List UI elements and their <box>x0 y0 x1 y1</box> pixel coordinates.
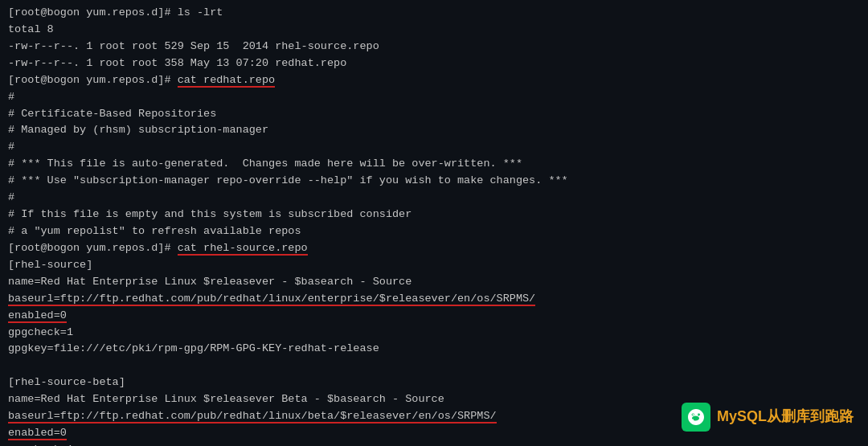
line-21: gpgkey=file:///etc/pki/rpm-gpg/RPM-GPG-K… <box>8 341 860 358</box>
line-9: # <box>8 139 860 156</box>
underline-cmd-1: cat redhat.repo <box>178 74 276 88</box>
line-19: enabled=0 <box>8 308 860 325</box>
line-22 <box>8 358 860 374</box>
line-14: # a "yum repolist" to refresh available … <box>8 223 860 240</box>
line-6: # <box>8 89 860 106</box>
underline-enabled-1: enabled=0 <box>8 309 67 323</box>
line-5: [root@bogon yum.repos.d]# cat redhat.rep… <box>8 72 860 89</box>
line-23: [rhel-source-beta] <box>8 374 860 391</box>
watermark: MySQL从删库到跑路 <box>682 403 854 432</box>
line-15: [root@bogon yum.repos.d]# cat rhel-sourc… <box>8 240 860 257</box>
line-1: [root@bogon yum.repos.d]# ls -lrt <box>8 5 860 22</box>
underline-cmd-2: cat rhel-source.repo <box>178 242 308 256</box>
line-3: -rw-r--r--. 1 root root 529 Sep 15 2014 … <box>8 39 860 55</box>
line-11: # *** Use "subscription-manager repo-ove… <box>8 173 860 190</box>
line-13: # If this file is empty and this system … <box>8 207 860 223</box>
line-7: # Certificate-Based Repositories <box>8 106 860 123</box>
watermark-label: MySQL从删库到跑路 <box>717 406 854 428</box>
line-27: gpgcheck=1 <box>8 442 860 446</box>
line-20: gpgcheck=1 <box>8 325 860 342</box>
line-18: baseurl=ftp://ftp.redhat.com/pub/redhat/… <box>8 291 860 308</box>
terminal: [root@bogon yum.repos.d]# ls -lrt total … <box>0 0 868 446</box>
underline-baseurl-2: baseurl=ftp://ftp.redhat.com/pub/redhat/… <box>8 410 497 423</box>
line-17: name=Red Hat Enterprise Linux $releaseve… <box>8 274 860 291</box>
line-10: # *** This file is auto-generated. Chang… <box>8 156 860 173</box>
underline-baseurl-1: baseurl=ftp://ftp.redhat.com/pub/redhat/… <box>8 293 535 306</box>
line-16: [rhel-source] <box>8 257 860 274</box>
line-12: # <box>8 190 860 207</box>
line-2: total 8 <box>8 22 860 39</box>
wechat-icon <box>682 403 710 432</box>
line-4: -rw-r--r--. 1 root root 358 May 13 07:20… <box>8 55 860 72</box>
underline-enabled-2: enabled=0 <box>8 427 67 440</box>
line-8: # Managed by (rhsm) subscription-manager <box>8 122 860 139</box>
